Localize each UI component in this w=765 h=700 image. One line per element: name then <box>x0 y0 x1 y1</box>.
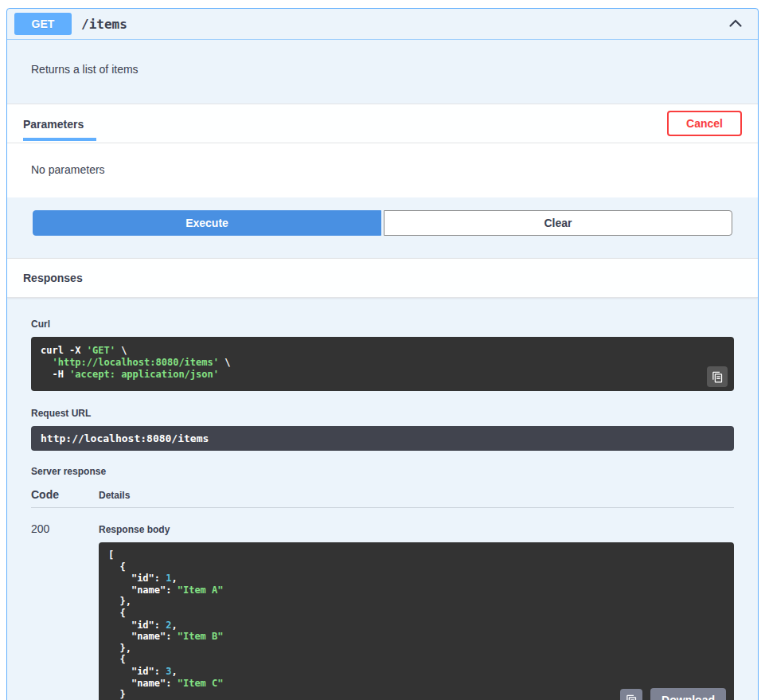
cancel-button[interactable]: Cancel <box>667 111 742 136</box>
curl-command-text: curl -X 'GET' \ 'http://localhost:8080/i… <box>41 345 724 381</box>
http-method-badge: GET <box>14 13 72 35</box>
download-button[interactable]: Download <box>650 688 726 700</box>
code-column-header: Code <box>31 488 99 501</box>
response-body-text: [ { "id": 1, "name": "Item A" }, { "id":… <box>108 549 724 700</box>
clear-button[interactable]: Clear <box>384 210 732 236</box>
request-url-value: http://localhost:8080/items <box>41 432 724 444</box>
responses-section-header: Responses <box>7 258 758 298</box>
response-controls: Download <box>620 688 726 700</box>
operation-summary[interactable]: GET /items <box>7 9 758 40</box>
responses-table-header: Code Details <box>31 488 734 508</box>
response-details-cell: Response body [ { "id": 1, "name": "Item… <box>99 521 734 700</box>
responses-body: Curl curl -X 'GET' \ 'http://localhost:8… <box>7 298 758 700</box>
copy-response-button[interactable] <box>620 689 642 700</box>
clipboard-icon <box>626 694 638 700</box>
operation-block: GET /items Returns a list of items Param… <box>6 8 759 700</box>
request-url-block: http://localhost:8080/items <box>31 426 734 451</box>
responses-table: Code Details 200 Response body [ { "id":… <box>31 488 734 700</box>
copy-curl-button[interactable] <box>707 366 728 387</box>
response-body-block: [ { "id": 1, "name": "Item A" }, { "id":… <box>99 542 734 700</box>
chevron-up-icon <box>728 15 744 31</box>
status-code: 200 <box>31 521 99 700</box>
request-url-label: Request URL <box>31 408 734 419</box>
clipboard-icon <box>712 371 724 383</box>
response-row: 200 Response body [ { "id": 1, "name": "… <box>31 508 734 700</box>
tab-parameters[interactable]: Parameters <box>23 106 96 141</box>
operation-path: /items <box>81 17 127 32</box>
server-response-label: Server response <box>31 466 734 477</box>
execute-button[interactable]: Execute <box>33 210 381 236</box>
response-body-label: Response body <box>99 524 734 535</box>
execute-wrapper: Execute Clear <box>7 197 758 258</box>
responses-title: Responses <box>23 272 83 284</box>
operation-description: Returns a list of items <box>7 40 758 104</box>
curl-command-block: curl -X 'GET' \ 'http://localhost:8080/i… <box>31 337 734 391</box>
details-column-header: Details <box>99 490 130 501</box>
collapse-button[interactable] <box>723 14 748 35</box>
no-parameters-message: No parameters <box>7 143 758 197</box>
curl-label: Curl <box>31 319 734 330</box>
parameters-section-header: Parameters Cancel <box>7 104 758 143</box>
